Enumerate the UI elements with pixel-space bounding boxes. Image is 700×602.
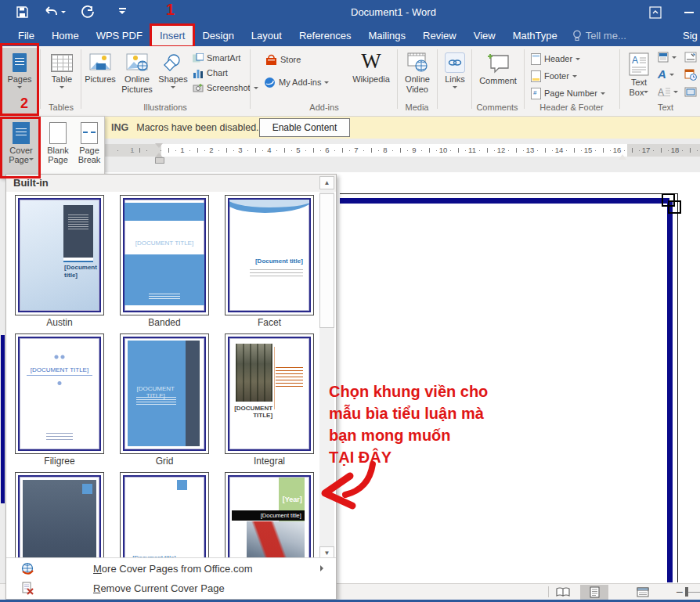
object-button[interactable] [684, 85, 697, 99]
online-video-button[interactable]: Online Video [400, 48, 435, 103]
tab-references[interactable]: References [290, 25, 359, 46]
ruler-margin-number: 1 [130, 146, 134, 154]
tell-me[interactable]: Tell me... [572, 25, 626, 46]
chevron-down-icon [673, 91, 678, 96]
gallery-footer-menu: More Cover Pages from Office.com Remove … [6, 557, 336, 599]
links-label: Links [439, 74, 471, 85]
read-mode-button[interactable] [552, 585, 574, 600]
ruler-number: 17 [642, 146, 651, 154]
ruler-tick [421, 150, 422, 151]
chart-button[interactable]: Chart [193, 66, 228, 80]
scroll-up-button[interactable]: ▲ [319, 176, 334, 189]
tab-view[interactable]: View [465, 25, 504, 46]
header-button[interactable]: Header [531, 52, 580, 66]
save-icon[interactable] [16, 5, 29, 19]
cover-template-integral[interactable]: [DOCUMENT TITLE]Integral [225, 333, 314, 454]
group-divider [81, 49, 81, 109]
cover-template-banded[interactable]: [DOCUMENT TITLE]Banded [120, 195, 209, 315]
tab-file[interactable]: File [9, 25, 43, 46]
screenshot-label: Screenshot [207, 83, 251, 92]
my-addins-button[interactable]: My Add-ins [264, 75, 329, 89]
cover-template-facet[interactable]: [Document title]Facet [225, 195, 314, 315]
tab-mailings[interactable]: Mailings [359, 25, 414, 46]
drop-cap-button[interactable]: A [658, 85, 678, 99]
smartart-icon [193, 53, 204, 63]
sign-in[interactable]: Sig [683, 25, 700, 46]
ruler-tick [334, 150, 335, 151]
smartart-button[interactable]: SmartArt [193, 51, 240, 65]
pages-icon [13, 53, 27, 72]
office-com-globe-icon [21, 562, 34, 575]
pictures-button[interactable]: Pictures [83, 48, 117, 103]
object-icon [684, 87, 697, 97]
links-button[interactable]: Links [439, 48, 471, 103]
submenu-arrow-icon [320, 565, 327, 571]
ruler-tick [233, 150, 234, 151]
tab-insert[interactable]: Insert [151, 25, 194, 46]
page-number-button[interactable]: Page Number [531, 86, 605, 100]
footer-button[interactable]: Footer [531, 69, 577, 83]
tab-design[interactable]: Design [193, 25, 242, 46]
border-corner-handle[interactable] [668, 200, 681, 214]
ruler-tick [458, 148, 459, 153]
title-placeholder: [DOCUMENT TITLE] [124, 240, 204, 247]
wordart-button[interactable]: A [658, 67, 674, 81]
cover-template-preview: [DOCUMENT TITLE] [123, 337, 206, 451]
online-pictures-button[interactable]: Online Pictures [119, 48, 155, 103]
quick-parts-button[interactable] [658, 50, 677, 64]
scrollbar-thumb[interactable] [319, 193, 334, 328]
print-layout-button[interactable] [580, 585, 608, 600]
cover-template-austin[interactable]: [Document title]Austin [15, 195, 104, 315]
shapes-button[interactable]: Shapes [157, 48, 189, 103]
undo-icon[interactable] [44, 6, 60, 19]
cover-template-filigree[interactable]: [DOCUMENT TITLE]Filigree [15, 333, 104, 454]
store-icon [265, 54, 277, 66]
ruler-tick [175, 150, 176, 151]
tab-home[interactable]: Home [43, 25, 88, 46]
undo-caret-icon[interactable] [61, 11, 66, 16]
comment-button[interactable]: Comment [476, 48, 520, 103]
redo-icon[interactable] [81, 5, 96, 20]
ruler-number: 15 [584, 146, 593, 154]
web-layout-button[interactable] [631, 585, 655, 600]
hanging-indent-marker[interactable] [155, 149, 163, 157]
annotation-step-1: 1 [166, 1, 175, 19]
remove-cover-page-menu-item[interactable]: Remove Current Cover Page [6, 579, 336, 598]
cover-template-grid[interactable]: [DOCUMENT TITLE]Grid [120, 333, 209, 454]
tab-wps-pdf[interactable]: WPS PDF [88, 25, 151, 46]
ruler-tick [436, 150, 437, 151]
customize-quick-access-icon[interactable] [119, 8, 126, 17]
cover-template-preview: [Document title] [228, 198, 311, 312]
cover-page-button[interactable]: Cover Page [2, 118, 40, 176]
header-label: Header [544, 54, 572, 63]
text-box-button[interactable]: A Text Box [625, 48, 653, 103]
more-cover-pages-menu-item[interactable]: More Cover Pages from Office.com [6, 559, 336, 579]
ruler-number: 10 [439, 146, 448, 154]
comments-group-label: Comments [472, 103, 522, 112]
table-button[interactable]: Table [45, 48, 79, 103]
tab-layout[interactable]: Layout [243, 25, 290, 46]
screenshot-button[interactable]: Screenshot [193, 81, 258, 95]
tab-mathtype[interactable]: MathType [504, 25, 566, 46]
zoom-out-button[interactable]: – [677, 585, 683, 597]
wikipedia-button[interactable]: W Wikipedia [349, 48, 393, 103]
pages-button[interactable]: Pages [2, 48, 38, 114]
ruler-tick [342, 148, 343, 153]
left-indent-marker[interactable] [155, 157, 164, 164]
right-indent-marker[interactable] [619, 150, 626, 160]
store-button[interactable]: Store [265, 52, 301, 67]
page-break-button[interactable]: Page Break [74, 118, 104, 176]
ribbon-display-options-icon[interactable] [649, 6, 662, 19]
zoom-slider-handle[interactable] [685, 587, 688, 597]
enable-content-button[interactable]: Enable Content [259, 118, 350, 137]
minimize-icon[interactable] [684, 12, 694, 13]
date-time-button[interactable] [684, 67, 697, 81]
tab-review[interactable]: Review [414, 25, 465, 46]
blank-page-button[interactable]: Blank Page [42, 118, 74, 176]
ruler-number: 6 [325, 146, 329, 154]
signature-line-button[interactable] [684, 50, 697, 64]
zoom-slider-track[interactable] [687, 592, 700, 593]
ruler-tick [581, 150, 582, 151]
footer-icon [531, 70, 541, 82]
ruler-tick [262, 150, 263, 151]
